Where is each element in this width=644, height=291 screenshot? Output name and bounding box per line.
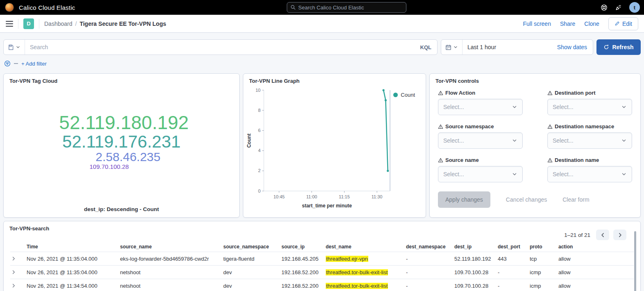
table-cell-source_namespace: tigera-fluentd: [223, 256, 281, 262]
pagination-count: 1–21 of 21: [564, 232, 590, 238]
table-cell-proto: tcp: [530, 256, 558, 262]
panel-title: Tor-VPN controls: [430, 74, 640, 84]
menu-icon[interactable]: [6, 21, 13, 27]
refresh-icon: [603, 44, 609, 50]
chevron-right-icon: [11, 283, 16, 288]
chevron-right-icon: [617, 232, 623, 238]
svg-text:11:00: 11:00: [306, 194, 317, 199]
control-field-label: Destination namespace: [547, 123, 632, 130]
time-range-value[interactable]: Last 1 hour: [463, 44, 557, 50]
global-header: Calico Cloud Elastic t: [0, 0, 644, 15]
calico-logo-icon: [5, 3, 14, 12]
svg-text:start_time per minute: start_time per minute: [302, 203, 352, 209]
kql-language-button[interactable]: KQL: [415, 44, 437, 50]
divider: [39, 19, 39, 29]
newsfeed-icon[interactable]: [615, 4, 622, 11]
chevron-right-icon: [11, 270, 16, 275]
dashboard-app-badge[interactable]: D: [23, 18, 34, 29]
breadcrumb-dashboard[interactable]: Dashboard: [44, 20, 73, 27]
expand-row-button[interactable]: [10, 270, 27, 275]
tag-cloud-word[interactable]: 2.58.46.235: [95, 150, 160, 163]
panel-line-graph: Tor-VPN Line Graph 024681010:4511:0011:1…: [243, 73, 426, 218]
share-link[interactable]: Share: [560, 20, 575, 27]
column-header: source_ip: [281, 244, 326, 250]
kql-search-box[interactable]: KQL: [3, 39, 438, 55]
clear-form-button[interactable]: Clear form: [562, 196, 589, 203]
query-input[interactable]: [25, 44, 415, 50]
control-field: Destination portSelect...: [547, 90, 632, 115]
table-scrollbar[interactable]: [634, 231, 636, 291]
log-table: Timesource_namesource_namespacesource_ip…: [4, 242, 640, 291]
legend-series-label: Count: [401, 92, 415, 98]
tag-cloud-word[interactable]: 52.119.176.231: [62, 133, 181, 151]
control-select[interactable]: Select...: [438, 132, 523, 149]
table-cell-proto: icmp: [530, 269, 558, 275]
table-cell-dest_ip: 109.70.100.28: [454, 283, 498, 289]
svg-text:11:30: 11:30: [372, 194, 383, 199]
tag-cloud-word[interactable]: 109.70.100.28: [90, 164, 129, 170]
control-select[interactable]: Select...: [438, 99, 523, 115]
highlighted-value: threatfeed.ejr-vpn: [326, 256, 368, 262]
calendar-icon: [445, 44, 451, 50]
highlighted-value: threatfeed.tor-bulk-exit-list: [326, 269, 388, 275]
table-cell-source_name: netshoot: [120, 269, 223, 275]
controls-form: Flow ActionSelect...Destination portSele…: [430, 84, 640, 182]
control-select[interactable]: Select...: [438, 166, 523, 182]
tag-cloud-word[interactable]: 52.119.180.192: [59, 113, 188, 133]
date-picker[interactable]: Last 1 hour Show dates: [441, 39, 593, 55]
filter-bar: + Add filter: [4, 59, 641, 68]
table-cell-Time: Nov 26, 2021 @ 11:34:54.000: [27, 283, 120, 289]
global-search-input[interactable]: [298, 5, 403, 11]
add-filter-button[interactable]: + Add filter: [21, 61, 47, 67]
panel-tag-cloud: Tor-VPN Tag Cloud 52.119.180.19252.119.1…: [3, 73, 240, 218]
prev-page-button[interactable]: [596, 230, 609, 240]
control-select[interactable]: Select...: [547, 99, 632, 115]
warning-icon: [438, 124, 443, 129]
table-row: Nov 26, 2021 @ 11:35:04.000netshootdev19…: [10, 265, 634, 279]
column-header: action: [558, 244, 588, 250]
user-avatar[interactable]: t: [629, 2, 640, 13]
saved-query-menu[interactable]: [4, 40, 25, 55]
date-quick-menu[interactable]: [441, 40, 463, 55]
svg-text:8: 8: [258, 108, 261, 113]
expand-row-button[interactable]: [10, 283, 27, 288]
warning-icon: [438, 158, 443, 163]
refresh-button[interactable]: Refresh: [596, 39, 641, 55]
show-dates-button[interactable]: Show dates: [557, 44, 593, 50]
global-search-box[interactable]: [287, 2, 406, 13]
full-screen-link[interactable]: Full screen: [523, 20, 551, 27]
control-select[interactable]: Select...: [547, 132, 632, 149]
line-chart-svg: 024681010:4511:0011:1511:30start_time pe…: [246, 85, 423, 211]
chart-legend[interactable]: Count: [393, 92, 415, 98]
table-cell-action: allow: [558, 269, 588, 275]
panel-search-table: Tor-VPN-search 1–21 of 21 Timesource_nam…: [3, 221, 641, 291]
table-cell-dest_name: threatfeed.tor-bulk-exit-list: [326, 283, 406, 289]
expand-row-button[interactable]: [10, 256, 27, 261]
table-cell-action: allow: [558, 256, 588, 262]
edit-button[interactable]: Edit: [608, 17, 638, 30]
refresh-button-label: Refresh: [612, 44, 633, 50]
control-select[interactable]: Select...: [547, 166, 632, 182]
tag-cloud-caption: dest_ip: Descending - Count: [4, 206, 239, 212]
next-page-button[interactable]: [613, 230, 626, 240]
table-cell-Time: Nov 26, 2021 @ 11:35:04.000: [27, 269, 120, 275]
divider: [18, 19, 18, 29]
chevron-down-icon: [453, 45, 458, 50]
filter-icon[interactable]: [4, 60, 11, 67]
control-field-label: Flow Action: [438, 90, 523, 96]
cancel-changes-button[interactable]: Cancel changes: [506, 196, 547, 203]
control-field: Destination namespaceSelect...: [547, 123, 632, 149]
filter-divider: [14, 63, 18, 64]
edit-button-label: Edit: [622, 20, 632, 27]
brand-title: Calico Cloud Elastic: [19, 4, 75, 11]
breadcrumb-separator: /: [75, 20, 77, 27]
clone-link[interactable]: Clone: [584, 20, 599, 27]
apply-changes-button[interactable]: Apply changes: [438, 191, 490, 208]
table-cell-dest_ip: 52.119.180.192: [454, 256, 498, 262]
column-header: dest_ip: [454, 244, 498, 250]
saved-query-icon: [8, 44, 14, 50]
help-icon[interactable]: [601, 4, 608, 11]
column-header: dest_namespace: [406, 244, 454, 250]
chevron-down-icon: [621, 104, 627, 110]
table-cell-dest_port: 443: [498, 256, 530, 262]
